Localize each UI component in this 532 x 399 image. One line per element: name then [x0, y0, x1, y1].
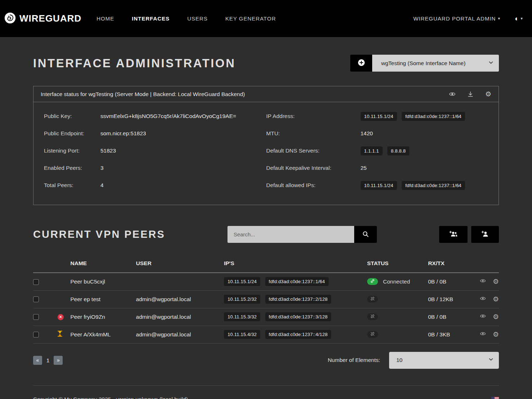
rxtx-value: 0B / 12KB	[428, 290, 474, 308]
peer-row[interactable]: × Peer fryiO9Zn admin@wgportal.local 10.…	[33, 308, 499, 326]
column-header-rxtx: RX/TX	[428, 256, 474, 273]
admin-menu-label: WIREGUARD PORTAL ADMIN	[413, 15, 496, 22]
half-circle-icon: ◐	[515, 15, 519, 23]
disconnected-badge	[367, 313, 378, 320]
dns-badge: 1.1.1.1	[361, 146, 383, 155]
eye-icon[interactable]	[480, 278, 486, 284]
field-label: Public Key:	[44, 113, 100, 119]
hourglass-icon	[58, 332, 62, 338]
card-header-title: Interface status for wgTesting (Server M…	[41, 91, 245, 98]
peer-row[interactable]: Peer buC5cxjl 10.11.15.1/24 fdfd:d3ad:c0…	[33, 273, 499, 290]
field-label: Public Endpoint:	[44, 130, 100, 137]
nav-item-users[interactable]: USERS	[187, 15, 208, 22]
peer-user: admin@wgportal.local	[136, 290, 224, 308]
download-icon[interactable]	[467, 91, 474, 98]
footer-copyright: Copyright © My Company 2025 - version un…	[33, 396, 188, 399]
search-input[interactable]	[227, 226, 354, 243]
table-footer: « 1 » Number of Elements: 10	[33, 352, 499, 369]
ip-badge: fdfd:d3ad:c0de:1237::1/64	[402, 112, 465, 121]
user-plus-icon	[481, 230, 489, 239]
eye-icon[interactable]	[480, 313, 486, 319]
row-checkbox[interactable]	[33, 314, 39, 320]
row-checkbox[interactable]	[33, 279, 39, 285]
listening-port-value: 51823	[100, 148, 116, 154]
add-peer-button[interactable]	[471, 226, 499, 243]
navbar: WIREGUARD HOME INTERFACES USERS KEY GENE…	[0, 0, 532, 37]
disconnected-badge	[367, 331, 378, 338]
interface-select[interactable]: wgTesting (Some Interface Name)	[372, 55, 499, 72]
gear-icon[interactable]: ⚙	[485, 91, 491, 98]
admin-menu-dropdown[interactable]: WIREGUARD PORTAL ADMIN ▾	[413, 15, 500, 22]
theme-toggle[interactable]: ◐ ▾	[515, 15, 523, 23]
ip-badge: 10.11.15.1/24	[361, 112, 397, 121]
circle-plus-icon	[357, 59, 365, 68]
row-checkbox[interactable]	[33, 332, 39, 337]
field-label: Total Peers:	[44, 182, 100, 189]
nav-item-home[interactable]: HOME	[96, 15, 114, 22]
gear-icon[interactable]: ⚙	[493, 296, 499, 303]
chevron-down-icon	[488, 357, 493, 363]
ip-badge: 10.11.15.3/32	[224, 312, 260, 321]
gear-icon[interactable]: ⚙	[493, 278, 499, 285]
interface-select-value: wgTesting (Some Interface Name)	[381, 60, 465, 67]
disconnected-badge	[367, 296, 378, 303]
x-circle-icon: ×	[58, 314, 64, 320]
nav-item-interfaces[interactable]: INTERFACES	[132, 15, 170, 22]
peer-row[interactable]: Peer A/Xk4mML admin@wgportal.local 10.11…	[33, 326, 499, 343]
eye-icon[interactable]	[449, 91, 456, 98]
nav-links: HOME INTERFACES USERS KEY GENERATOR	[96, 15, 276, 22]
current-page[interactable]: 1	[43, 357, 53, 363]
peer-name: Peer A/Xk4mML	[71, 326, 136, 343]
field-label: Default DNS Servers:	[266, 148, 361, 154]
peer-user: admin@wgportal.local	[136, 326, 224, 343]
gear-icon[interactable]: ⚙	[493, 331, 499, 338]
eye-icon[interactable]	[480, 331, 486, 337]
card-header: Interface status for wgTesting (Server M…	[33, 86, 499, 102]
ip-badge: 10.11.15.2/32	[224, 295, 260, 304]
wireguard-logo-icon	[4, 12, 16, 26]
footer: Copyright © My Company 2025 - version un…	[33, 385, 499, 399]
peer-user: admin@wgportal.local	[136, 308, 224, 326]
add-interface-button[interactable]	[350, 55, 372, 72]
brand-label: WIREGUARD	[19, 13, 81, 24]
page-head: INTERFACE ADMINISTRATION wgTesting (Some…	[33, 55, 499, 72]
interface-status-card: Interface status for wgTesting (Server M…	[33, 86, 499, 205]
enabled-peers-value: 3	[100, 165, 104, 171]
column-header-user: USER	[136, 256, 224, 273]
ip-badge: fdfd:d3ad:c0de:1237::2/128	[265, 295, 332, 304]
search-button[interactable]	[354, 226, 377, 243]
elements-select-value: 10	[396, 357, 402, 363]
column-header-name: NAME	[71, 256, 136, 273]
row-checkbox[interactable]	[33, 296, 39, 302]
prev-page-button[interactable]: «	[33, 356, 42, 365]
search-icon	[362, 231, 369, 239]
field-label: Listening Port:	[44, 148, 100, 154]
elements-label: Number of Elements:	[328, 357, 380, 363]
us-flag-icon[interactable]	[491, 397, 499, 399]
peer-row[interactable]: Peer ep test admin@wgportal.local 10.11.…	[33, 290, 499, 308]
peer-name: Peer fryiO9Zn	[71, 308, 136, 326]
eye-icon[interactable]	[480, 295, 486, 301]
ip-badge: fdfd:d3ad:c0de:1237::1/64	[402, 181, 465, 190]
rxtx-value: 0B / 0B	[428, 308, 474, 326]
pagination: « 1 »	[33, 356, 63, 365]
next-page-button[interactable]: »	[54, 356, 63, 365]
peers-section-title: CURRENT VPN PEERS	[33, 228, 165, 240]
card-body: Public Key:ssvmEelxG+k8jsNO5G7cq5r/Ak7li…	[33, 102, 499, 205]
peer-user	[136, 273, 224, 290]
nav-item-key-generator[interactable]: KEY GENERATOR	[225, 15, 276, 22]
brand[interactable]: WIREGUARD	[4, 12, 81, 26]
peer-name: Peer ep test	[71, 290, 136, 308]
public-endpoint-value: som.nicr.ep:51823	[100, 130, 146, 137]
column-header-status: STATUS	[367, 256, 428, 273]
peers-head: CURRENT VPN PEERS	[33, 226, 499, 243]
page-title: INTERFACE ADMINISTRATION	[33, 56, 235, 70]
add-multiple-peers-button[interactable]	[439, 226, 468, 243]
peer-add-buttons	[439, 226, 499, 243]
keepalive-value: 25	[361, 165, 367, 171]
field-label: MTU:	[266, 130, 361, 137]
elements-select[interactable]: 10	[389, 352, 499, 369]
link-icon	[370, 278, 375, 285]
gear-icon[interactable]: ⚙	[493, 313, 499, 320]
ip-badge: 10.11.15.1/24	[224, 277, 260, 286]
